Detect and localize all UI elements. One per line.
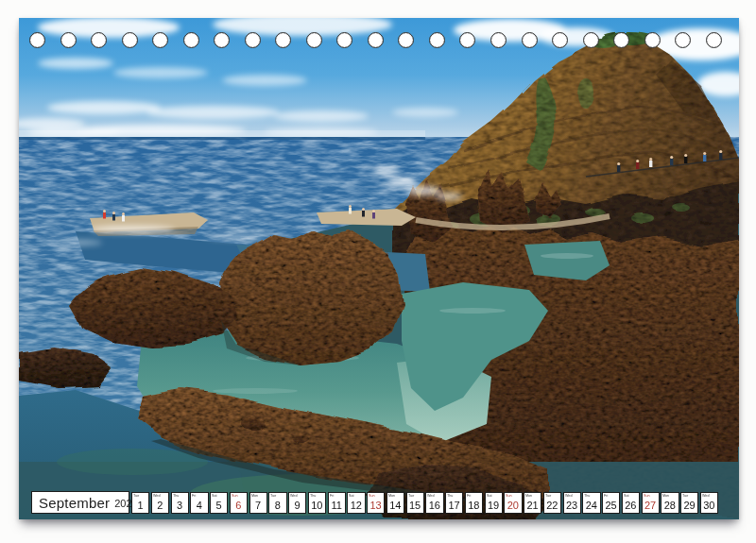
day-cell: Wed23 [563,492,581,514]
day-number: 24 [583,501,599,511]
day-cells: Tue1Wed2Thu3Fri4Sat5Sun6Mon7Tue8Wed9Thu1… [131,492,718,514]
day-cell: Mon21 [524,492,541,514]
day-number: 8 [269,501,285,511]
calendar-sheet: September 2026 Tue1Wed2Thu3Fri4Sat5Sun6M… [19,18,739,519]
day-abbr: Thu [172,493,189,497]
day-cell: Sat26 [622,492,640,514]
day-cell: Sat19 [485,492,503,514]
day-cell: Sun20 [504,492,522,514]
day-cell: Thu24 [582,492,600,514]
day-number: 9 [289,501,305,511]
day-number: 4 [191,501,207,511]
day-cell: Tue15 [406,492,424,514]
day-cell: Tue1 [131,492,149,514]
binding-hole [306,32,322,48]
day-number: 15 [407,501,423,511]
day-cell: Sun27 [642,492,660,514]
binding-hole [552,32,568,48]
binding-hole [644,32,661,48]
day-cell: Tue29 [680,492,698,514]
day-cell: Thu17 [445,492,463,514]
day-abbr: Sat [348,493,365,497]
day-number: 23 [564,501,580,511]
day-abbr: Sat [211,493,228,497]
day-abbr: Wed [152,493,169,497]
day-number: 25 [603,501,619,511]
day-abbr: Tue [681,493,698,497]
day-number: 18 [466,501,482,511]
day-cell: Fri25 [602,492,620,514]
binding-hole [29,32,45,48]
binding-hole [522,32,538,48]
day-number: 7 [250,501,266,511]
binding-hole [60,32,77,48]
day-abbr: Thu [583,493,600,497]
day-number: 10 [309,501,325,511]
day-number: 17 [446,501,462,511]
day-abbr: Wed [426,493,443,497]
day-abbr: Fri [603,493,620,497]
day-abbr: Wed [564,493,581,497]
day-abbr: Tue [269,493,286,497]
binding-hole [675,32,691,48]
day-cell: Sun13 [367,492,385,514]
day-abbr: Fri [191,493,208,497]
day-number: 14 [387,501,404,511]
day-cell: Tue8 [268,492,286,514]
day-cell: Wed2 [151,492,169,514]
day-cell: Tue22 [543,492,561,514]
day-cell: Sun6 [230,492,248,514]
day-number: 19 [486,501,502,511]
day-number: 21 [524,501,541,511]
binding-hole [613,32,629,48]
day-abbr: Thu [446,493,463,497]
day-abbr: Sat [623,493,640,497]
day-number: 2 [152,501,168,511]
day-abbr: Sun [643,493,660,497]
day-abbr: Wed [289,493,306,497]
day-abbr: Fri [329,493,346,497]
day-number: 1 [132,501,148,511]
binding-hole [490,32,507,48]
binding-hole [368,32,384,48]
day-cell: Wed30 [700,492,718,514]
calendar-product-page: September 2026 Tue1Wed2Thu3Fri4Sat5Sun6M… [0,0,756,543]
binding-hole [152,32,168,48]
day-number: 6 [231,501,247,511]
day-abbr: Sun [231,493,248,497]
day-number: 5 [211,501,227,511]
landscape-photo [19,18,739,519]
day-cell: Mon7 [249,492,267,514]
binding-hole [214,32,230,48]
day-abbr: Wed [701,493,718,497]
binding-hole [459,32,475,48]
binding-hole [91,32,107,48]
day-cell: Thu10 [308,492,326,514]
day-abbr: Tue [544,493,561,497]
day-abbr: Mon [524,493,541,497]
binding-hole [706,32,722,48]
binding-holes [29,32,722,48]
day-number: 16 [426,501,442,511]
day-number: 11 [329,501,345,511]
day-number: 30 [701,501,717,511]
day-cell: Fri4 [190,492,208,514]
binding-hole [398,32,414,48]
day-number: 22 [544,501,560,511]
day-number: 28 [662,501,678,511]
day-number: 3 [172,501,188,511]
day-abbr: Mon [387,493,404,497]
day-cell: Fri11 [328,492,346,514]
binding-hole [583,32,599,48]
month-box: September 2026 [31,491,129,514]
day-abbr: Sun [368,493,385,497]
day-abbr: Sat [486,493,503,497]
day-number: 27 [643,501,659,511]
binding-hole [275,32,291,48]
day-cell: Fri18 [465,492,483,514]
day-cell: Wed9 [288,492,306,514]
day-abbr: Thu [309,493,326,497]
day-cell: Sat5 [210,492,228,514]
binding-hole [183,32,199,48]
day-cell: Sat12 [347,492,365,514]
